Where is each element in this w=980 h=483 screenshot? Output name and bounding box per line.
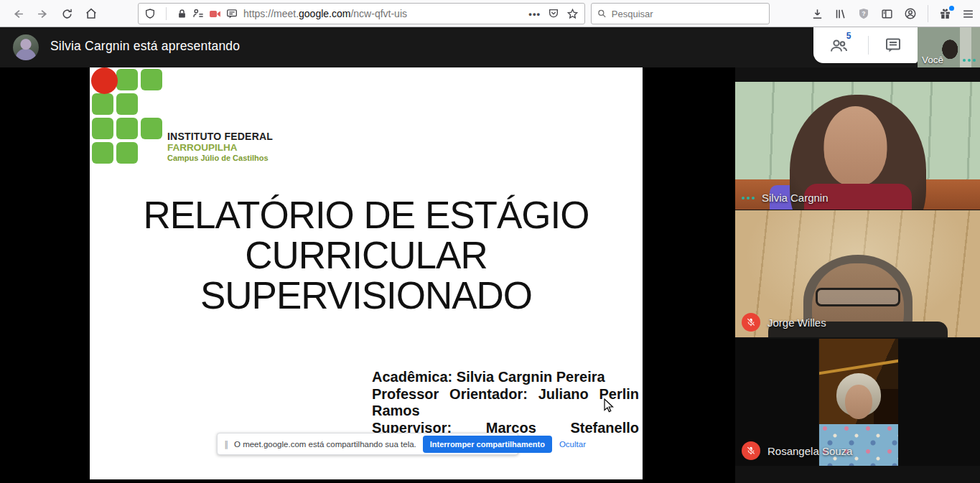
participant-figure [823,106,887,187]
logo-square [116,142,138,164]
logo-square [92,118,113,139]
hide-share-bar-link[interactable]: Ocultar [559,440,586,449]
logo-square [141,69,162,90]
account-icon[interactable] [904,7,917,20]
participant-name: Rosangela Souza [767,445,852,457]
logo-square [116,93,138,115]
logo-institution-name: INSTITUTO FEDERAL [167,131,273,142]
logo-square [116,69,138,90]
instituto-federal-logo: INSTITUTO FEDERAL FARROUPILHA Campus Júl… [92,69,350,169]
chat-button[interactable] [885,37,902,54]
logo-square [116,118,138,139]
mic-off-icon [746,317,756,327]
video-tile-jorge[interactable]: Jorge Willes [735,210,980,337]
toolbar-divider [928,5,928,22]
library-icon[interactable] [834,8,846,20]
self-video-tile[interactable]: Você [918,27,980,67]
extension-gift-button[interactable] [939,8,951,20]
svg-text:?: ? [862,11,865,17]
participant-figure [816,288,900,306]
participant-name: Jorge Willes [767,316,826,329]
presenting-banner: Silvia Cargnin está apresentando [50,39,240,54]
permissions-icon[interactable] [192,8,204,19]
browser-toolbar: https://meet.google.com/ncw-qfvt-uis •••… [0,0,980,27]
logo-campus-name: Campus Júlio de Castilhos [167,154,273,163]
slide-credits: Acadêmica: Silvia Cargnin Pereira Profes… [372,369,639,436]
more-options-dots-icon[interactable] [963,59,976,62]
reload-button[interactable] [57,5,76,22]
search-input[interactable] [612,9,763,19]
downloads-icon[interactable] [811,8,823,20]
participants-button[interactable]: 5 [829,37,853,54]
logo-square [92,142,113,164]
camera-sharing-icon[interactable] [209,9,221,19]
forward-button[interactable] [33,5,52,22]
presentation-slide: INSTITUTO FEDERAL FARROUPILHA Campus Júl… [90,67,643,479]
forward-icon [37,8,49,20]
screen-share-bar: ∥ O meet.google.com está compartilhando … [217,433,518,455]
urlbar-divider [166,7,167,20]
home-button[interactable] [82,5,101,22]
logo-square [141,118,162,139]
sidebar-icon[interactable] [881,8,893,20]
bookmark-star-icon[interactable] [566,8,579,20]
search-icon [597,9,607,19]
logo-red-circle [91,67,118,94]
mic-off-icon [746,446,756,456]
stop-sharing-button[interactable]: Interromper compartilhamento [423,436,552,453]
share-message: O meet.google.com está compartilhando su… [234,440,416,449]
logo-institution-branch: FARROUPILHA [167,142,273,154]
presenter-avatar [13,34,39,60]
participant-count: 5 [846,31,851,41]
search-bar[interactable] [591,3,770,24]
participants-icon [829,37,848,54]
meet-header: Silvia Cargnin está apresentando 5 Você [0,27,980,67]
mouse-cursor [603,398,614,413]
tracking-protection-shield-icon[interactable] [144,8,156,19]
shield-question-icon[interactable]: ? [857,7,870,20]
reload-icon [61,8,73,20]
pill-divider [868,36,869,55]
participants-panel: Silvia Cargnin Jorge Willes [735,67,980,483]
url-bar[interactable]: https://meet.google.com/ncw-qfvt-uis ••• [138,3,585,24]
slide-title: RELATÓRIO DE ESTÁGIO CURRICULAR SUPERVIS… [90,195,643,316]
back-button[interactable] [9,5,27,22]
pocket-icon[interactable] [548,8,559,19]
page-actions-more-icon[interactable]: ••• [528,9,541,19]
lock-icon[interactable] [177,9,187,19]
menu-icon[interactable] [962,9,974,19]
mic-muted-badge [742,441,760,460]
participant-name: Silvia Cargnin [762,192,829,204]
home-icon [85,7,98,20]
url-text: https://meet.google.com/ncw-qfvt-uis [243,8,523,19]
drag-handle-icon[interactable]: ∥ [224,439,228,449]
video-tile-rosangela[interactable]: Rosangela Souza [735,339,980,466]
self-video-label: Você [922,55,943,65]
chat-icon [885,37,902,54]
video-tile-silvia[interactable]: Silvia Cargnin [735,82,980,210]
meet-stage: INSTITUTO FEDERAL FARROUPILHA Campus Júl… [0,67,980,483]
notification-dot [949,6,954,11]
back-icon [12,8,24,20]
logo-square [92,93,113,115]
speaking-indicator-icon [742,197,755,200]
mic-muted-badge [742,313,760,332]
speech-bubble-icon[interactable] [226,9,238,19]
meet-controls-pill: 5 [813,27,918,63]
